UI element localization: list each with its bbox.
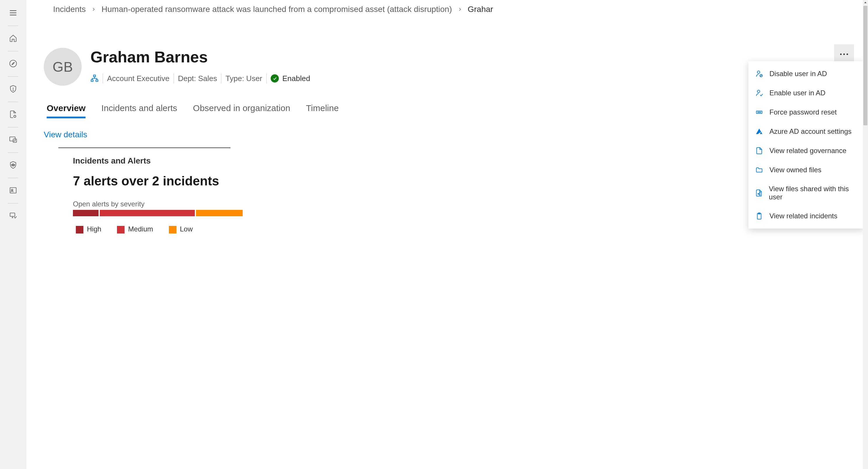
overview-content: View details Incidents and Alerts 7 aler…	[26, 118, 868, 233]
legend-high: High	[76, 225, 101, 233]
rail-separator	[8, 26, 19, 26]
breadcrumb-item[interactable]: Incidents	[53, 5, 86, 14]
user-role: Account Executive	[107, 74, 169, 83]
breadcrumb-item[interactable]: Human-operated ransomware attack was lau…	[101, 5, 452, 14]
user-title-block: Graham Barnes Account Executive Dept: Sa…	[90, 48, 850, 83]
svg-point-19	[846, 53, 848, 55]
devices-icon[interactable]	[6, 133, 20, 146]
svg-point-10	[12, 164, 14, 166]
severity-segment-low	[196, 210, 243, 216]
shield-eye-icon[interactable]	[6, 158, 20, 172]
meta-divider	[221, 73, 221, 83]
svg-marker-28	[756, 129, 763, 134]
menu-item-azure-settings[interactable]: Azure AD account settings	[748, 122, 865, 141]
view-details-link[interactable]: View details	[44, 130, 87, 139]
menu-item-view-owned[interactable]: View owned files	[748, 160, 865, 179]
tabs: Overview Incidents and alerts Observed i…	[26, 86, 868, 118]
menu-item-view-incidents[interactable]: View related incidents	[748, 206, 865, 226]
menu-item-disable-ad[interactable]: Disable user in AD	[748, 64, 865, 83]
user-name: Graham Barnes	[90, 48, 850, 66]
meta-divider	[266, 73, 267, 83]
swatch-medium	[117, 226, 125, 233]
shield-icon[interactable]	[6, 82, 20, 96]
menu-item-label: View owned files	[769, 166, 822, 174]
svg-rect-11	[10, 188, 16, 193]
severity-segment-high	[73, 210, 99, 216]
svg-rect-13	[10, 213, 14, 216]
breadcrumb: Incidents Human-operated ransomware atta…	[26, 0, 868, 19]
svg-point-17	[840, 53, 841, 55]
chevron-right-icon	[457, 7, 463, 12]
menu-item-label: View files shared with this user	[769, 185, 858, 201]
legend-low: Low	[169, 225, 193, 233]
svg-line-32	[758, 193, 760, 194]
svg-point-18	[843, 53, 845, 55]
rail-separator	[8, 127, 19, 127]
scrollbar-thumb[interactable]	[863, 6, 867, 125]
legend-medium: Medium	[117, 225, 153, 233]
menu-item-label: Enable user in AD	[769, 89, 826, 97]
svg-point-20	[757, 71, 760, 73]
svg-rect-15	[91, 80, 93, 81]
clipboard-icon	[755, 212, 764, 221]
svg-rect-14	[94, 75, 96, 77]
svg-point-30	[760, 192, 761, 193]
document-gear-icon[interactable]	[6, 107, 20, 121]
avatar: GB	[44, 48, 82, 86]
menu-item-force-reset[interactable]: Force password reset	[748, 103, 865, 122]
panel-separator	[58, 147, 230, 148]
document-share-icon	[755, 189, 763, 197]
severity-bar-chart	[73, 210, 242, 216]
user-status-text: Enabled	[282, 74, 310, 83]
rail-separator	[8, 153, 19, 153]
user-type: Type: User	[225, 74, 262, 83]
org-tree-icon[interactable]	[90, 74, 99, 82]
legend-low-label: Low	[180, 225, 193, 233]
home-icon[interactable]	[6, 31, 20, 45]
tab-incidents-alerts[interactable]: Incidents and alerts	[101, 103, 177, 118]
rail-separator	[8, 178, 19, 178]
menu-item-label: Disable user in AD	[769, 70, 827, 78]
left-nav-rail	[0, 0, 26, 469]
vertical-scrollbar[interactable]	[863, 0, 868, 469]
user-actions-menu: Disable user in AD Enable user in AD For…	[748, 61, 865, 229]
svg-point-6	[13, 90, 13, 91]
svg-point-29	[758, 194, 758, 194]
person-check-icon	[755, 89, 764, 97]
rail-separator	[8, 76, 19, 77]
swatch-high	[76, 226, 84, 233]
user-header: GB Graham Barnes Account Executive Dept:…	[26, 19, 868, 86]
legend-high-label: High	[87, 225, 101, 233]
endpoint-icon[interactable]	[6, 209, 20, 223]
scrollbar-arrow-up-icon[interactable]	[863, 0, 868, 5]
contact-card-icon[interactable]	[6, 183, 20, 197]
svg-marker-36	[864, 2, 867, 3]
tab-overview[interactable]: Overview	[46, 103, 86, 118]
svg-point-23	[757, 90, 760, 93]
svg-point-3	[10, 60, 16, 67]
menu-item-view-governance[interactable]: View related governance	[748, 141, 865, 160]
user-dept: Dept: Sales	[178, 74, 217, 83]
svg-rect-16	[96, 80, 98, 81]
tab-observed[interactable]: Observed in organization	[193, 103, 290, 118]
compass-icon[interactable]	[6, 57, 20, 71]
menu-item-label: Force password reset	[769, 108, 837, 116]
svg-point-12	[11, 189, 12, 191]
svg-point-25	[758, 112, 758, 112]
menu-item-label: View related governance	[769, 146, 846, 155]
legend-medium-label: Medium	[128, 225, 153, 233]
tab-timeline[interactable]: Timeline	[306, 103, 339, 118]
menu-item-label: Azure AD account settings	[769, 127, 851, 136]
menu-item-view-shared[interactable]: View files shared with this user	[748, 179, 865, 206]
svg-line-22	[761, 75, 762, 76]
main-region: Incidents Human-operated ransomware atta…	[26, 0, 868, 469]
meta-divider	[174, 73, 174, 83]
svg-point-31	[760, 194, 761, 195]
user-meta: Account Executive Dept: Sales Type: User…	[90, 73, 850, 83]
svg-rect-9	[13, 139, 17, 142]
chevron-right-icon	[91, 7, 96, 12]
hamburger-icon[interactable]	[6, 6, 20, 20]
rail-separator	[8, 102, 19, 102]
svg-line-33	[758, 194, 760, 195]
menu-item-enable-ad[interactable]: Enable user in AD	[748, 83, 865, 103]
